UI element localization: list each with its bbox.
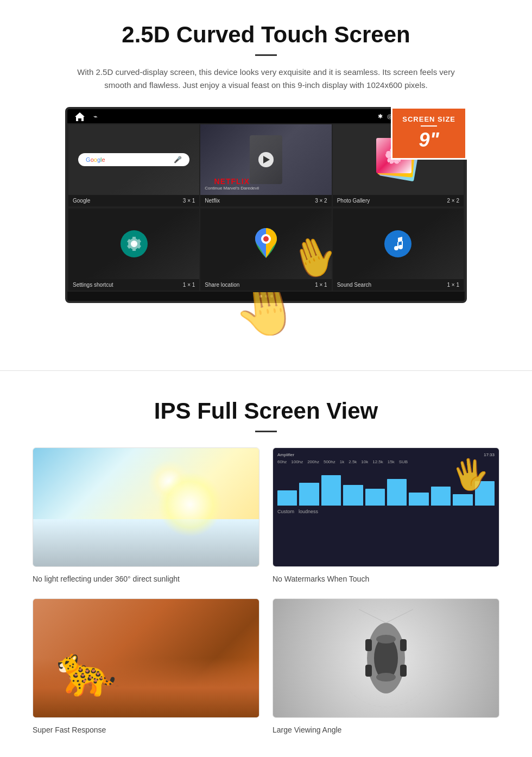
bluetooth-icon: ✱ [378,113,383,120]
svg-marker-0 [75,112,85,117]
sound-search-label: Sound Search [337,282,371,288]
cheetah-emoji: 🐆 [56,642,117,699]
curved-screen-section: 2.5D Curved Touch Screen With 2.5D curve… [0,0,532,354]
netflix-tile[interactable]: NETFLIX Continue Marvel's Daredevil Netf… [200,124,331,206]
g-letter-e: e [102,156,105,163]
eq-header: Amplifier 17:33 [277,452,495,457]
usb-icon: ⌁ [93,112,98,121]
gallery-tile-label: Photo Gallery 2 × 2 [333,195,464,206]
svg-point-16 [376,673,396,682]
google-tile[interactable]: Google 🎤 Google 3 × 1 [68,124,199,206]
eq-bar-6 [387,479,407,506]
share-location-label: Share location [205,282,239,288]
eq-label-amplifier: Amplifier [277,452,294,457]
share-location-tile[interactable]: 🤚 Share location 1 × 1 [200,209,331,291]
sound-search-tile-inner [333,209,464,279]
device-wrapper: Screen Size 9" ⌁ [33,107,499,336]
share-location-tile-label: Share location 1 × 1 [200,279,331,291]
mic-icon: 🎤 [174,156,182,163]
settings-tile-inner [68,209,199,279]
eq-bar-4 [343,485,363,506]
svg-rect-10 [397,242,398,249]
screen-size-badge: Screen Size 9" [391,107,467,160]
feature-caption-equalizer: No Watermarks When Touch [273,572,499,585]
g-letter-g: G [86,156,91,163]
settings-tile[interactable]: Settings shortcut 1 × 1 [68,209,199,291]
eq-bar-9 [453,494,472,506]
title-divider [255,54,277,56]
music-note-svg [390,236,406,251]
feature-caption-sunlight: No light reflecting under 360° direct su… [33,572,259,585]
feature-sunlight: No light reflecting under 360° direct su… [33,447,259,585]
settings-tile-label: Settings shortcut 1 × 1 [68,279,199,291]
svg-rect-2 [78,118,81,121]
feature-image-equalizer: Amplifier 17:33 60hz100hz200hz500hz1k2.5… [273,447,499,567]
eq-bar-2 [299,483,319,506]
google-label: Google [73,198,90,204]
eq-bar-1 [277,490,297,506]
badge-size: 9" [402,129,455,152]
cheetah-visual: 🐆 [33,599,259,717]
eq-footer: Custom loudness [277,509,495,514]
play-button[interactable] [258,152,274,167]
svg-line-21 [359,609,386,623]
feature-image-topview [273,598,499,718]
eq-custom-label: Custom [277,509,294,514]
feature-image-cheetah: 🐆 [33,598,259,718]
share-location-tile-inner: 🤚 [200,209,331,279]
section1-description: With 2.5D curved-display screen, this de… [76,66,456,92]
svg-rect-11 [402,241,403,248]
pointing-hand: 🤚 [283,228,331,279]
netflix-tile-label: Netflix 3 × 2 [200,195,331,206]
netflix-tile-inner: NETFLIX Continue Marvel's Daredevil [200,124,331,195]
feature-image-sunlight [33,447,259,567]
topview-visual [273,599,499,717]
sky-bottom [33,519,259,566]
netflix-size: 3 × 2 [315,198,327,204]
feature-caption-cheetah: Super Fast Response [33,723,259,736]
sound-search-tile-label: Sound Search 1 × 1 [333,279,464,291]
feature-caption-topview: Large Viewing Angle [273,723,499,736]
google-tile-label: Google 3 × 1 [68,195,199,206]
google-size: 3 × 1 [183,198,195,204]
section2-divider [255,431,277,432]
feature-equalizer: Amplifier 17:33 60hz100hz200hz500hz1k2.5… [273,447,499,585]
google-logo-in-bar: Google [86,156,105,163]
badge-divider [421,125,437,127]
eq-bar-7 [409,493,428,506]
settings-label: Settings shortcut [73,282,113,288]
feature-grid: No light reflecting under 360° direct su… [33,447,499,736]
car-topview-svg [343,604,429,712]
gallery-size: 2 × 2 [447,198,459,204]
ips-section: IPS Full Screen View No light reflecting… [0,387,532,757]
svg-rect-17 [365,639,372,651]
netflix-bg: NETFLIX Continue Marvel's Daredevil [200,124,331,195]
google-search-bar[interactable]: Google 🎤 [78,153,189,166]
play-triangle [263,156,270,163]
home-icon [74,111,86,121]
eq-hand-overlay: 🖐 [449,454,492,495]
sound-icon-circle [384,230,411,257]
section2-title: IPS Full Screen View [33,398,499,424]
sound-search-tile[interactable]: Sound Search 1 × 1 [333,209,464,291]
netflix-subtitle: Continue Marvel's Daredevil [205,186,259,191]
svg-point-15 [376,635,396,644]
badge-title: Screen Size [402,115,455,123]
settings-bg [68,209,199,279]
settings-size: 1 × 1 [183,282,195,288]
sun-flare [148,460,191,503]
section-divider [0,370,532,371]
share-bg: 🤚 [200,209,331,279]
eq-bar-3 [321,475,341,506]
svg-line-22 [386,609,413,623]
eq-loudness-label: loudness [299,509,318,514]
feature-topview: Large Viewing Angle [273,598,499,736]
share-location-size: 1 × 1 [315,282,327,288]
gear-svg [126,236,142,252]
sound-bg [333,209,464,279]
section1-title: 2.5D Curved Touch Screen [33,22,499,48]
sunlight-visual [33,448,259,566]
svg-point-7 [263,236,269,242]
maps-icon-svg [252,228,280,258]
netflix-logo: NETFLIX [205,177,259,186]
